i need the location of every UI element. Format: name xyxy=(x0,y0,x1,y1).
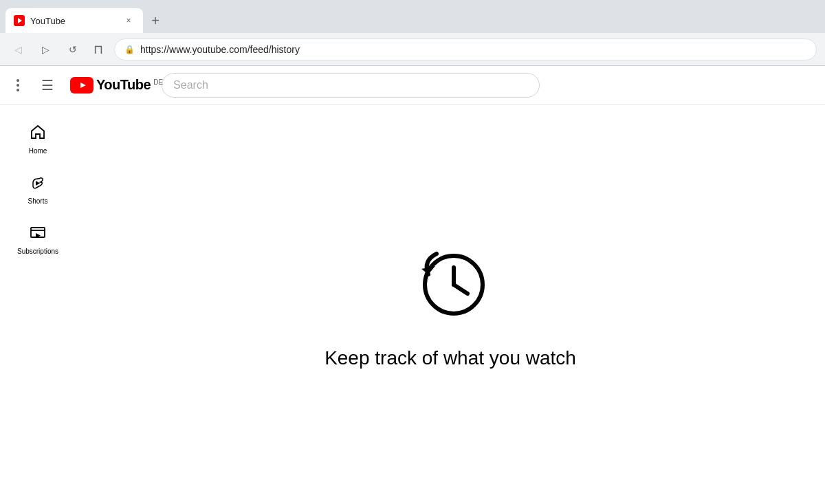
tab-close-button[interactable]: × xyxy=(122,14,135,27)
url-text: https://www.youtube.com/feed/history xyxy=(140,44,300,55)
hamburger-menu[interactable]: ☰ xyxy=(36,73,59,98)
reload-button[interactable]: ↺ xyxy=(63,40,82,59)
search-input-container[interactable]: Search xyxy=(162,73,540,98)
youtube-locale: DE xyxy=(153,78,163,86)
search-placeholder: Search xyxy=(173,79,208,91)
svg-line-8 xyxy=(454,285,468,294)
tab-title: YouTube xyxy=(30,16,117,26)
bookmark-button[interactable]: ⊓ xyxy=(91,39,106,60)
address-bar[interactable]: 🔒 https://www.youtube.com/feed/history xyxy=(114,39,817,61)
sidebar-item-shorts-label: Shorts xyxy=(28,197,48,205)
tab-favicon xyxy=(14,15,25,26)
sidebar-item-subscriptions[interactable]: Subscriptions xyxy=(6,216,70,263)
new-tab-button[interactable]: + xyxy=(146,11,165,30)
browser-chrome: YouTube × + ◁ ▷ ↺ ⊓ 🔒 https://www.youtub… xyxy=(0,0,825,66)
youtube-logo-icon xyxy=(70,77,94,94)
subscriptions-icon xyxy=(30,224,46,243)
sidebar-item-home[interactable]: Home xyxy=(6,116,70,163)
search-bar[interactable]: Search xyxy=(162,73,540,98)
active-tab[interactable]: YouTube × xyxy=(6,8,143,33)
svg-marker-2 xyxy=(80,83,86,88)
sidebar-item-subscriptions-label: Subscriptions xyxy=(17,248,58,255)
shorts-icon xyxy=(30,174,46,193)
back-button[interactable]: ◁ xyxy=(8,40,28,59)
forward-button[interactable]: ▷ xyxy=(36,40,55,59)
youtube-page: ☰ YouTube DE Search xyxy=(0,66,825,504)
lock-icon: 🔒 xyxy=(124,45,135,54)
tab-bar: YouTube × + xyxy=(0,0,825,33)
address-bar-row: ◁ ▷ ↺ ⊓ 🔒 https://www.youtube.com/feed/h… xyxy=(0,33,825,66)
youtube-main: Home Shorts xyxy=(0,105,825,504)
youtube-logo-text: YouTube xyxy=(96,77,151,93)
home-icon xyxy=(30,124,46,143)
youtube-header: ☰ YouTube DE Search xyxy=(0,66,825,105)
sidebar-item-shorts[interactable]: Shorts xyxy=(6,166,70,213)
youtube-sidebar: Home Shorts xyxy=(0,105,76,504)
youtube-logo[interactable]: YouTube DE xyxy=(70,77,151,94)
empty-state-title: Keep track of what you watch xyxy=(324,347,576,369)
sidebar-item-home-label: Home xyxy=(29,147,47,155)
youtube-content: Keep track of what you watch xyxy=(76,105,825,504)
history-icon xyxy=(409,240,492,325)
dots-menu[interactable] xyxy=(11,74,25,97)
